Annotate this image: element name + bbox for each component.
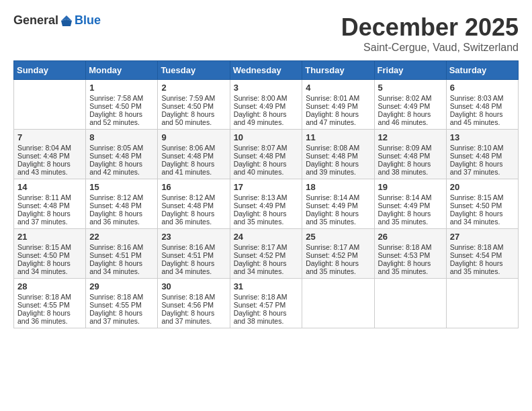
cell-text: Sunset: 4:48 PM	[161, 201, 226, 210]
cell-text: Sunset: 4:49 PM	[378, 201, 443, 210]
cell-text: Daylight: 8 hours	[306, 160, 370, 168]
calendar-cell	[302, 279, 374, 328]
cell-text: and 40 minutes.	[234, 168, 299, 176]
cell-text: Sunset: 4:48 PM	[450, 152, 515, 160]
cell-text: and 37 minutes.	[450, 168, 515, 176]
cell-text: and 35 minutes.	[234, 218, 299, 226]
day-number: 1	[89, 83, 154, 93]
calendar-cell: 24Sunrise: 8:17 AMSunset: 4:52 PMDayligh…	[230, 229, 302, 279]
cell-text: and 47 minutes.	[306, 118, 370, 126]
cell-text: and 34 minutes.	[17, 267, 82, 275]
calendar-cell: 5Sunrise: 8:02 AMSunset: 4:49 PMDaylight…	[374, 80, 446, 130]
cell-text: Daylight: 8 hours	[89, 110, 154, 118]
cell-text: Daylight: 8 hours	[234, 110, 299, 118]
cell-text: Sunrise: 8:15 AM	[450, 193, 515, 201]
calendar-cell: 15Sunrise: 8:12 AMSunset: 4:48 PMDayligh…	[86, 179, 158, 229]
cell-text: and 36 minutes.	[89, 218, 154, 226]
cell-text: Daylight: 8 hours	[17, 210, 82, 218]
cell-text: Sunrise: 8:03 AM	[450, 94, 515, 102]
calendar-header-row: SundayMondayTuesdayWednesdayThursdayFrid…	[14, 61, 519, 80]
cell-text: Sunrise: 8:06 AM	[161, 144, 226, 152]
cell-text: Daylight: 8 hours	[378, 160, 443, 168]
cell-text: Daylight: 8 hours	[89, 210, 154, 218]
calendar-week-row: 7Sunrise: 8:04 AMSunset: 4:48 PMDaylight…	[14, 130, 519, 179]
cell-text: and 46 minutes.	[378, 118, 443, 126]
cell-text: Sunrise: 8:16 AM	[161, 243, 226, 251]
cell-text: Daylight: 8 hours	[234, 160, 299, 168]
day-number: 23	[161, 232, 226, 242]
cell-text: and 41 minutes.	[161, 168, 226, 176]
cell-text: Sunset: 4:57 PM	[234, 301, 299, 309]
calendar-cell	[374, 279, 446, 328]
day-header-tuesday: Tuesday	[158, 61, 230, 80]
cell-text: and 35 minutes.	[378, 218, 443, 226]
cell-text: Sunset: 4:48 PM	[306, 152, 370, 160]
cell-text: and 45 minutes.	[450, 118, 515, 126]
cell-text: Sunrise: 8:04 AM	[17, 144, 82, 152]
cell-text: Sunrise: 8:17 AM	[306, 243, 370, 251]
day-number: 12	[378, 132, 443, 142]
cell-text: and 52 minutes.	[89, 118, 154, 126]
day-header-saturday: Saturday	[446, 61, 518, 80]
calendar-cell: 29Sunrise: 8:18 AMSunset: 4:55 PMDayligh…	[86, 279, 158, 328]
day-number: 6	[450, 83, 515, 93]
cell-text: Sunset: 4:53 PM	[378, 251, 443, 259]
cell-text: Sunset: 4:55 PM	[89, 301, 154, 309]
day-header-monday: Monday	[86, 61, 158, 80]
cell-text: Daylight: 8 hours	[306, 210, 370, 218]
cell-text: Sunset: 4:48 PM	[89, 152, 154, 160]
day-number: 25	[306, 232, 370, 242]
cell-text: Sunrise: 7:59 AM	[161, 94, 226, 102]
cell-text: Sunrise: 8:08 AM	[306, 144, 370, 152]
cell-text: Sunrise: 8:14 AM	[306, 193, 370, 201]
calendar-cell: 3Sunrise: 8:00 AMSunset: 4:49 PMDaylight…	[230, 80, 302, 130]
day-number: 21	[17, 232, 82, 242]
cell-text: Sunrise: 8:16 AM	[89, 243, 154, 251]
cell-text: Daylight: 8 hours	[450, 259, 515, 267]
cell-text: and 37 minutes.	[17, 218, 82, 226]
day-number: 17	[234, 182, 299, 192]
day-number: 19	[378, 182, 443, 192]
calendar-cell: 30Sunrise: 8:18 AMSunset: 4:56 PMDayligh…	[158, 279, 230, 328]
cell-text: Daylight: 8 hours	[161, 210, 226, 218]
cell-text: Daylight: 8 hours	[450, 110, 515, 118]
cell-text: Sunrise: 8:11 AM	[17, 193, 82, 201]
cell-text: Daylight: 8 hours	[306, 259, 370, 267]
cell-text: Sunrise: 8:15 AM	[17, 243, 82, 251]
day-number: 11	[306, 132, 370, 142]
day-number: 18	[306, 182, 370, 192]
logo: General Blue	[13, 13, 101, 28]
calendar-cell: 23Sunrise: 8:16 AMSunset: 4:51 PMDayligh…	[158, 229, 230, 279]
cell-text: and 35 minutes.	[378, 267, 443, 275]
calendar-cell: 31Sunrise: 8:18 AMSunset: 4:57 PMDayligh…	[230, 279, 302, 328]
cell-text: Sunset: 4:48 PM	[234, 152, 299, 160]
cell-text: Sunset: 4:49 PM	[234, 201, 299, 210]
day-number: 8	[89, 132, 154, 142]
cell-text: Sunset: 4:55 PM	[17, 301, 82, 309]
cell-text: Sunrise: 8:18 AM	[450, 243, 515, 251]
cell-text: Sunrise: 8:05 AM	[89, 144, 154, 152]
calendar-cell: 25Sunrise: 8:17 AMSunset: 4:52 PMDayligh…	[302, 229, 374, 279]
day-number: 9	[161, 132, 226, 142]
day-number: 31	[234, 281, 299, 291]
logo-icon	[60, 14, 73, 28]
cell-text: Sunset: 4:56 PM	[161, 301, 226, 309]
day-number: 5	[378, 83, 443, 93]
calendar-cell: 10Sunrise: 8:07 AMSunset: 4:48 PMDayligh…	[230, 130, 302, 179]
month-title: December 2025	[341, 13, 519, 42]
cell-text: and 34 minutes.	[234, 267, 299, 275]
cell-text: Sunset: 4:52 PM	[234, 251, 299, 259]
calendar-cell: 19Sunrise: 8:14 AMSunset: 4:49 PMDayligh…	[374, 179, 446, 229]
day-number: 29	[89, 281, 154, 291]
day-number: 2	[161, 83, 226, 93]
calendar-week-row: 28Sunrise: 8:18 AMSunset: 4:55 PMDayligh…	[14, 279, 519, 328]
calendar-cell: 21Sunrise: 8:15 AMSunset: 4:50 PMDayligh…	[14, 229, 86, 279]
cell-text: Sunrise: 8:18 AM	[89, 293, 154, 301]
day-header-thursday: Thursday	[302, 61, 374, 80]
cell-text: Daylight: 8 hours	[234, 309, 299, 317]
cell-text: Daylight: 8 hours	[161, 259, 226, 267]
cell-text: Sunrise: 8:12 AM	[89, 193, 154, 201]
cell-text: Sunset: 4:49 PM	[306, 102, 370, 110]
cell-text: Sunset: 4:48 PM	[161, 152, 226, 160]
cell-text: Sunset: 4:52 PM	[306, 251, 370, 259]
